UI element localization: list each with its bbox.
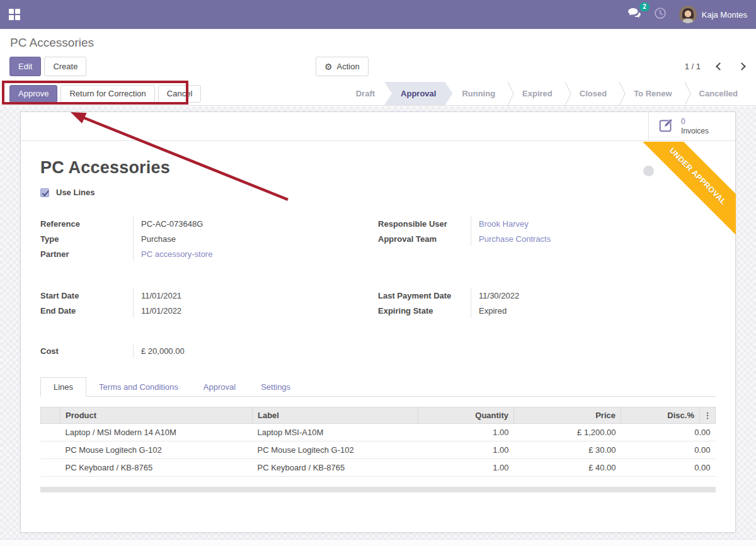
lines-table: Product Label Quantity Price Disc.% ⋮ La… [40, 407, 716, 477]
field-label: Responsible User [378, 216, 471, 231]
pager-previous-icon[interactable] [716, 62, 724, 71]
field-value: 11/01/2022 [133, 303, 358, 318]
column-header-label[interactable]: Label [253, 407, 418, 424]
field-value: £ 20,000.00 [133, 343, 358, 358]
user-menu[interactable]: Kaja Montes [679, 6, 747, 23]
field-label: Approval Team [378, 231, 471, 246]
field-label: Expiring State [378, 303, 471, 318]
field-label: Type [40, 231, 133, 246]
responsible-user-link[interactable]: Brook Harvey [471, 216, 716, 231]
pager-value: 1 / 1 [685, 62, 701, 71]
table-scrollbar-strip[interactable] [40, 487, 716, 492]
invoices-smart-button[interactable]: 0 Invoices [648, 112, 735, 140]
field-group-left: Reference PC-AC-073648G Type Purchase Pa… [40, 216, 358, 261]
table-row[interactable]: PC Keyboard / KB-8765 PC Keyboard / KB-8… [41, 459, 716, 477]
status-step-to-renew[interactable]: To Renew [624, 82, 681, 105]
edit-button[interactable]: Edit [9, 57, 41, 76]
cell-product: PC Mouse Logitech G-102 [60, 441, 253, 459]
field-label: Partner [40, 246, 133, 261]
action-button[interactable]: ⚙ Action [316, 57, 369, 76]
column-header-quantity[interactable]: Quantity [418, 407, 514, 424]
field-responsible-user: Responsible User Brook Harvey [378, 216, 716, 231]
app-window: 2 Kaja Montes PC Accessories Edit Create… [0, 0, 756, 546]
tab-approval[interactable]: Approval [191, 377, 248, 396]
cell-disc: 0.00 [621, 424, 716, 441]
field-value: Expired [471, 303, 716, 318]
field-value: PC-AC-073648G [133, 216, 358, 231]
step-separator-icon [682, 82, 690, 105]
page-background: 0 Invoices UNDER APPROVAL PC Accessories… [0, 106, 756, 546]
cell-price: £ 30.00 [514, 441, 621, 459]
field-cost: Cost £ 20,000.00 [40, 343, 358, 358]
use-lines-checkbox[interactable] [40, 188, 49, 197]
field-partner: Partner PC accessory-store [40, 246, 358, 261]
cell-price: £ 40.00 [514, 459, 621, 477]
smart-button-row: 0 Invoices [21, 112, 735, 141]
cell-label: PC Keyboard / KB-8765 [253, 459, 418, 477]
field-label: Last Payment Date [378, 288, 471, 303]
approval-team-link[interactable]: Purchase Contracts [471, 231, 716, 246]
messages-menu[interactable]: 2 [627, 8, 641, 21]
field-end-date: End Date 11/01/2022 [40, 303, 358, 318]
activities-menu[interactable] [654, 7, 667, 22]
user-name: Kaja Montes [702, 10, 747, 20]
field-group-cost: Cost £ 20,000.00 [40, 343, 358, 358]
step-separator-icon [562, 82, 570, 105]
step-separator-icon [505, 82, 513, 105]
return-for-correction-button[interactable]: Return for Correction [60, 85, 154, 103]
optional-columns-icon[interactable]: ⋮ [700, 407, 716, 424]
column-header-product[interactable]: Product [60, 407, 253, 424]
row-handle-header [41, 407, 60, 424]
control-panel: PC Accessories Edit Create ⚙ Action 1 / … [0, 29, 756, 82]
statusbar: Approve Return for Correction Cancel Dra… [0, 82, 756, 106]
pager-next-icon[interactable] [738, 62, 746, 71]
cell-price: £ 1,200.00 [514, 424, 621, 441]
cell-disc: 0.00 [621, 459, 716, 477]
status-step-approval[interactable]: Approval [384, 82, 452, 105]
status-step-expired[interactable]: Expired [513, 82, 562, 105]
status-step-closed[interactable]: Closed [570, 82, 616, 105]
invoices-count: 0 [681, 117, 709, 127]
apps-menu-icon[interactable] [9, 9, 20, 20]
cell-disc: 0.00 [621, 441, 716, 459]
field-type: Type Purchase [40, 231, 358, 246]
field-label: Start Date [40, 288, 133, 303]
form-sheet: 0 Invoices UNDER APPROVAL PC Accessories… [20, 111, 736, 533]
field-value: 11/30/2022 [471, 288, 716, 303]
table-header-row: Product Label Quantity Price Disc.% ⋮ [41, 407, 716, 424]
approve-button[interactable]: Approve [9, 85, 57, 103]
field-value: 11/01/2021 [133, 288, 358, 303]
cell-label: Laptop MSI-A10M [253, 424, 418, 441]
status-step-cancelled[interactable]: Cancelled [690, 82, 747, 105]
user-avatar [679, 6, 697, 23]
create-button[interactable]: Create [44, 57, 86, 76]
field-label: End Date [40, 303, 133, 318]
partner-link[interactable]: PC accessory-store [133, 246, 358, 261]
tab-terms-and-conditions[interactable]: Terms and Conditions [86, 377, 191, 396]
row-handle [41, 424, 60, 441]
status-pipeline: Draft Approval Running Expired Closed To… [346, 82, 747, 105]
field-value: Purchase [133, 231, 358, 246]
tab-lines[interactable]: Lines [40, 377, 86, 397]
field-expiring-state: Expiring State Expired [378, 303, 716, 318]
status-step-running[interactable]: Running [452, 82, 505, 105]
field-group-dates-left: Start Date 11/01/2021 End Date 11/01/202… [40, 288, 358, 318]
status-step-draft[interactable]: Draft [346, 82, 384, 105]
field-start-date: Start Date 11/01/2021 [40, 288, 358, 303]
clock-icon [654, 7, 667, 22]
field-reference: Reference PC-AC-073648G [40, 216, 358, 231]
table-row[interactable]: PC Mouse Logitech G-102 PC Mouse Logitec… [41, 441, 716, 459]
chat-bubbles-icon [627, 10, 641, 21]
chatter-top-edge [0, 539, 756, 546]
cell-label: PC Mouse Logitech G-102 [253, 441, 418, 459]
tab-settings[interactable]: Settings [248, 377, 303, 396]
column-header-disc[interactable]: Disc.% [621, 407, 700, 424]
messages-badge: 2 [639, 3, 650, 11]
column-header-price[interactable]: Price [514, 407, 621, 424]
cell-quantity: 1.00 [418, 459, 514, 477]
breadcrumb[interactable]: PC Accessories [10, 36, 94, 50]
table-row[interactable]: Laptop / MSI Modern 14 A10M Laptop MSI-A… [41, 424, 716, 441]
cell-quantity: 1.00 [418, 441, 514, 459]
cell-quantity: 1.00 [418, 424, 514, 441]
cancel-button[interactable]: Cancel [158, 85, 201, 103]
